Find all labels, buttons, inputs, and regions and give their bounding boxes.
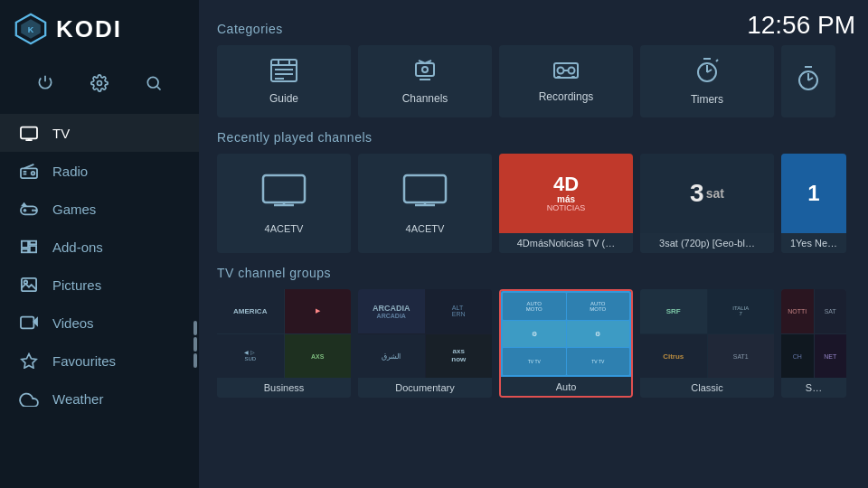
- tv-icon: [18, 122, 40, 144]
- sidebar-item-videos[interactable]: Videos: [0, 304, 199, 342]
- group-img-business: AMERICA ▶ ◀ ▷SUD AXS: [217, 289, 351, 378]
- videos-icon: [18, 312, 40, 333]
- group-img-documentary: ARCADIA ARCADIA ALTERN الشرق axsnow: [358, 289, 492, 378]
- guide-icon: [269, 58, 298, 89]
- sidebar-item-pictures[interactable]: Pictures: [0, 266, 199, 304]
- svg-rect-54: [404, 175, 446, 202]
- sidebar-label-games: Games: [52, 202, 96, 217]
- channels-label: Channels: [402, 92, 448, 105]
- svg-rect-19: [22, 249, 28, 253]
- monitor-icon-1: [260, 174, 307, 218]
- group-img-classic: SRF ITALIA7 Citrus SAT1: [640, 289, 774, 378]
- category-card-guide[interactable]: Guide: [217, 45, 351, 117]
- svg-point-10: [32, 172, 35, 175]
- channel-label-4acetv2: 4ACETV: [402, 223, 448, 234]
- group-card-auto[interactable]: AUTOMOTO AUTOMOTO ⚙ ⚙ TV TV TV TV Auto: [499, 289, 633, 398]
- games-icon: [18, 198, 40, 220]
- sidebar-item-radio[interactable]: Radio: [0, 152, 199, 190]
- search-button[interactable]: [137, 67, 170, 99]
- category-card-channels[interactable]: Channels: [358, 45, 492, 117]
- channel-card-4dmas[interactable]: 4D más NOTICIAS 4DmásNoticias TV (…: [499, 154, 633, 253]
- channel-label-3sat: 3sat (720p) [Geo-bl…: [640, 233, 774, 253]
- svg-point-35: [422, 67, 428, 72]
- main-content: 12:56 PM Categories Guide: [199, 0, 868, 488]
- svg-rect-34: [416, 63, 434, 76]
- svg-line-46: [716, 60, 718, 61]
- group-card-documentary[interactable]: ARCADIA ARCADIA ALTERN الشرق axsnow Docu…: [358, 289, 492, 398]
- channel-logo-3sat: 3 sat: [640, 154, 774, 233]
- channel-card-1yes[interactable]: 1 1Yes Ne…: [781, 154, 846, 253]
- svg-point-4: [147, 77, 158, 88]
- channel-logo-1yes: 1: [781, 154, 846, 233]
- clock-display: 12:56 PM: [747, 11, 855, 40]
- channel-card-3sat[interactable]: 3 sat 3sat (720p) [Geo-bl…: [640, 154, 774, 253]
- svg-point-15: [34, 209, 37, 211]
- timers2-icon: [796, 65, 821, 98]
- sidebar-item-favourites[interactable]: Favourites: [0, 342, 199, 380]
- sidebar-label-weather: Weather: [52, 391, 103, 407]
- svg-rect-41: [571, 76, 575, 79]
- scroll-indicator: [193, 321, 198, 368]
- channel-card-4acetv2[interactable]: 4ACETV: [358, 154, 492, 253]
- sidebar-item-tv[interactable]: TV: [0, 114, 199, 152]
- svg-text:K: K: [28, 25, 34, 34]
- settings-button[interactable]: [83, 67, 116, 99]
- timers-icon: [694, 57, 720, 89]
- categories-row: Guide Channels: [217, 45, 850, 117]
- group-card-partial[interactable]: NOTTI SAT CH NET S…: [781, 289, 846, 398]
- channel-logo-4dmas: 4D más NOTICIAS: [499, 154, 633, 233]
- timers-label: Timers: [691, 93, 723, 106]
- channel-label-4acetv1: 4ACETV: [261, 223, 307, 234]
- group-label-documentary: Documentary: [358, 378, 492, 398]
- group-img-partial: NOTTI SAT CH NET: [781, 289, 846, 378]
- guide-label: Guide: [269, 92, 298, 105]
- sidebar-label-tv: TV: [52, 126, 70, 141]
- group-label-partial: S…: [781, 378, 846, 398]
- sidebar-icon-row: [0, 58, 199, 108]
- recordings-icon: [552, 60, 580, 87]
- svg-point-14: [32, 209, 34, 211]
- category-card-timers[interactable]: Timers: [640, 45, 774, 117]
- sidebar-label-pictures: Pictures: [52, 277, 101, 293]
- weather-icon: [18, 388, 40, 409]
- groups-section-title: TV channel groups: [217, 266, 850, 280]
- channel-label-4dmas: 4DmásNoticias TV (…: [499, 233, 633, 253]
- radio-icon: [18, 160, 40, 182]
- channels-icon: [412, 58, 438, 89]
- sidebar-header: K KODI: [0, 0, 199, 58]
- svg-point-38: [569, 68, 575, 74]
- kodi-logo-icon: K: [14, 13, 47, 45]
- svg-rect-51: [263, 175, 305, 202]
- monitor-icon-2: [401, 174, 448, 218]
- channel-card-4acetv1[interactable]: 4ACETV: [217, 154, 351, 253]
- recordings-label: Recordings: [539, 90, 594, 103]
- group-card-classic[interactable]: SRF ITALIA7 Citrus SAT1 Classic: [640, 289, 774, 398]
- category-card-recordings[interactable]: Recordings: [499, 45, 633, 117]
- group-label-classic: Classic: [640, 378, 774, 398]
- channel-label-1yes: 1Yes Ne…: [781, 233, 846, 253]
- group-card-business[interactable]: AMERICA ▶ ◀ ▷SUD AXS Business: [217, 289, 351, 398]
- sidebar-item-weather[interactable]: Weather: [0, 380, 199, 418]
- svg-marker-26: [22, 354, 36, 369]
- sidebar-label-addons: Add-ons: [52, 239, 103, 255]
- svg-line-5: [157, 87, 161, 90]
- svg-rect-18: [22, 241, 28, 248]
- svg-rect-24: [21, 317, 33, 329]
- svg-rect-20: [30, 241, 36, 245]
- group-label-business: Business: [217, 378, 351, 398]
- sidebar: K KODI: [0, 0, 199, 488]
- groups-row: AMERICA ▶ ◀ ▷SUD AXS Business ARCADIA AR…: [217, 289, 850, 398]
- group-img-auto: AUTOMOTO AUTOMOTO ⚙ ⚙ TV TV TV TV: [501, 291, 631, 377]
- sidebar-label-radio: Radio: [52, 164, 88, 179]
- power-button[interactable]: [29, 67, 61, 99]
- svg-rect-6: [21, 127, 37, 139]
- category-card-timers2[interactable]: [781, 45, 835, 117]
- favourites-icon: [18, 350, 40, 371]
- svg-rect-21: [30, 246, 36, 252]
- sidebar-item-games[interactable]: Games: [0, 190, 199, 228]
- recent-channels-row: 4ACETV 4ACETV 4D más NOTICIAS: [217, 154, 850, 253]
- sidebar-item-addons[interactable]: Add-ons: [0, 228, 199, 266]
- sidebar-label-videos: Videos: [52, 315, 94, 331]
- svg-rect-40: [557, 76, 561, 79]
- addons-icon: [18, 236, 40, 258]
